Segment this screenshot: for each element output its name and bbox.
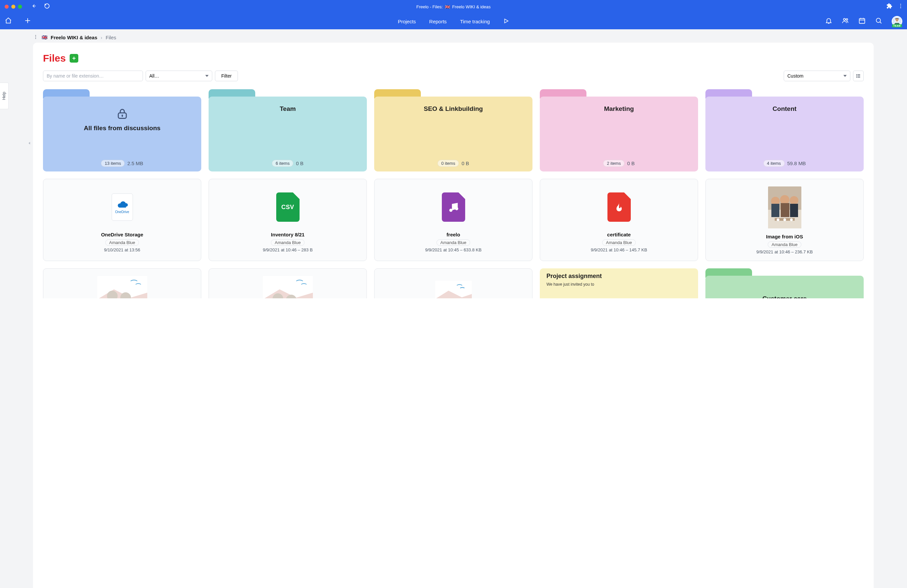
folder-all-discussions[interactable]: All files from discussions 13 items 2.5 … [43, 89, 201, 171]
file-author: Amanda Blue [436, 240, 470, 246]
file-meta: 9/9/2021 at 10:46 – 236.7 KB [756, 249, 813, 254]
file-certificate[interactable]: certificate Amanda Blue 9/9/2021 at 10:4… [540, 179, 698, 261]
folder-title: Marketing [540, 105, 698, 113]
flag-icon: 🇬🇧 [42, 35, 47, 40]
svg-point-14 [877, 18, 881, 22]
sort-select[interactable]: Custom [784, 70, 850, 81]
breadcrumb-project[interactable]: Freelo WIKI & ideas [51, 35, 97, 40]
back-button[interactable] [30, 3, 37, 10]
svg-point-40 [790, 196, 798, 205]
app-topnav: Projects Reports Time tracking TEAM [0, 13, 907, 29]
breadcrumb: 🇬🇧 Freelo WIKI & ideas › Files [33, 33, 877, 42]
folder-items-chip: 13 items [101, 160, 125, 167]
file-meta: 9/9/2021 at 10:46 – 145.7 KB [591, 248, 647, 252]
extensions-icon[interactable] [886, 3, 893, 10]
folder-items-chip: 4 items [763, 160, 785, 167]
file-image-1[interactable] [43, 268, 201, 298]
help-tab[interactable]: Help [0, 83, 9, 109]
file-name: freelo [447, 232, 460, 237]
user-avatar[interactable]: TEAM [892, 16, 902, 27]
nav-time-tracking[interactable]: Time tracking [460, 19, 490, 24]
note-title: Project assignment [546, 272, 691, 280]
list-view-button[interactable] [853, 70, 864, 81]
file-author: Amanda Blue [271, 240, 304, 246]
svg-line-15 [880, 22, 882, 24]
window-controls [5, 5, 22, 9]
folder-marketing[interactable]: Marketing 2 items 0 B [540, 89, 698, 171]
search-input[interactable] [43, 70, 143, 81]
file-freelo[interactable]: freelo Amanda Blue 9/9/2021 at 10:45 – 6… [374, 179, 532, 261]
file-author: Amanda Blue [768, 241, 801, 248]
file-author: Amanda Blue [602, 240, 635, 246]
folder-size: 0 B [296, 160, 304, 166]
file-meta: 9/9/2021 at 10:46 – 283 B [263, 248, 313, 252]
svg-point-45 [777, 219, 779, 221]
svg-point-47 [790, 219, 793, 221]
svg-point-3 [901, 6, 901, 6]
folder-customer-care[interactable]: Customer care [705, 268, 864, 298]
folder-items-chip: 6 items [272, 160, 293, 167]
folder-content[interactable]: Content 4 items 59.8 MB [705, 89, 864, 171]
note-subtitle: We have just invited you to [546, 282, 691, 287]
onedrive-icon: OneDrive [112, 193, 133, 221]
nav-reports[interactable]: Reports [429, 19, 447, 24]
svg-rect-43 [790, 204, 798, 217]
folder-size: 2.5 MB [127, 160, 143, 166]
file-image-3[interactable] [374, 268, 532, 298]
audio-file-icon [442, 192, 465, 222]
svg-point-35 [455, 207, 458, 211]
breadcrumb-current: Files [106, 35, 116, 40]
csv-file-icon: CSV [276, 192, 300, 222]
file-name: certificate [607, 232, 631, 237]
filter-button[interactable]: Filter [215, 70, 238, 81]
breadcrumb-separator: › [101, 35, 102, 40]
page-title: Files [43, 53, 66, 64]
notifications-icon[interactable] [825, 17, 832, 26]
folder-seo[interactable]: SEO & Linkbuilding 0 items 0 B [374, 89, 532, 171]
breadcrumb-more-icon[interactable] [33, 34, 38, 41]
search-icon[interactable] [875, 17, 882, 26]
photo-thumbnail [435, 281, 472, 298]
svg-point-8 [843, 18, 845, 20]
svg-point-4 [901, 7, 901, 8]
sidebar-expand-icon[interactable] [27, 141, 32, 145]
nav-projects[interactable]: Projects [398, 19, 416, 24]
add-file-button[interactable] [70, 54, 78, 62]
svg-point-29 [857, 75, 857, 76]
create-button[interactable] [24, 17, 31, 26]
file-name: Image from iOS [766, 234, 803, 240]
reload-button[interactable] [44, 3, 50, 10]
more-icon[interactable] [898, 3, 904, 10]
file-image-2[interactable] [208, 268, 367, 298]
folder-title: Content [705, 105, 864, 113]
svg-rect-41 [771, 204, 779, 217]
svg-marker-19 [29, 142, 30, 144]
file-meta: 9/10/2021 at 13:56 [104, 248, 140, 252]
folder-title: SEO & Linkbuilding [374, 105, 532, 113]
file-name: Inventory 8/21 [271, 232, 304, 237]
folder-title: Customer care [705, 294, 864, 298]
file-inventory[interactable]: CSV Inventory 8/21 Amanda Blue 9/9/2021 … [208, 179, 367, 261]
file-onedrive[interactable]: OneDrive OneDrive Storage Amanda Blue 9/… [43, 179, 201, 261]
file-image-ios[interactable]: Image from iOS Amanda Blue 9/9/2021 at 1… [705, 179, 864, 261]
flag-icon: 🇬🇧 [445, 4, 450, 9]
svg-point-34 [449, 209, 452, 212]
svg-marker-7 [505, 19, 508, 23]
svg-point-9 [846, 19, 848, 20]
file-meta: 9/9/2021 at 10:45 – 633.8 KB [425, 248, 481, 252]
people-icon[interactable] [842, 17, 849, 26]
folder-size: 0 B [627, 160, 635, 166]
type-select[interactable]: All… [146, 70, 212, 81]
home-button[interactable] [5, 17, 12, 26]
play-icon[interactable] [503, 18, 509, 25]
svg-point-39 [780, 195, 789, 205]
folder-team[interactable]: Team 6 items 0 B [208, 89, 367, 171]
minimize-window-button[interactable] [11, 5, 15, 9]
lock-icon [43, 108, 201, 120]
folder-items-chip: 0 items [437, 160, 459, 167]
fullscreen-window-button[interactable] [18, 5, 22, 9]
folder-project-assignment[interactable]: Project assignment We have just invited … [540, 268, 698, 298]
close-window-button[interactable] [5, 5, 9, 9]
calendar-icon[interactable] [858, 17, 866, 26]
folder-size: 0 B [462, 160, 469, 166]
